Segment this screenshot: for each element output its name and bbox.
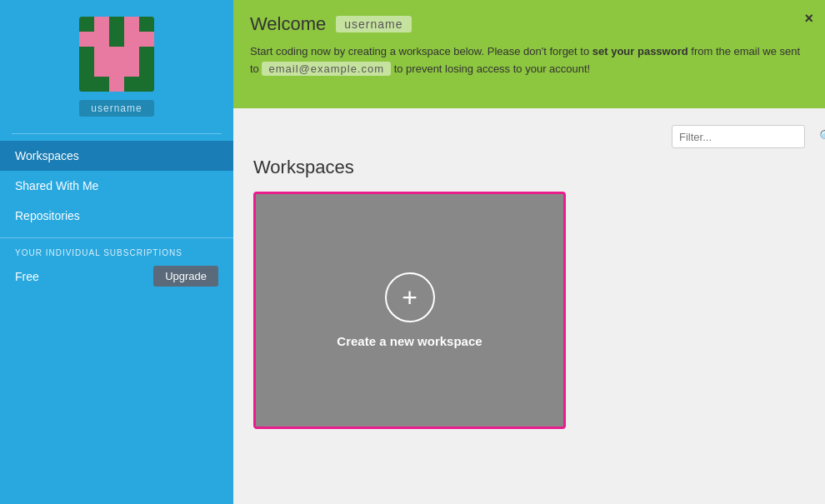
- sidebar-item-shared-with-me[interactable]: Shared With Me: [0, 171, 233, 201]
- welcome-heading: Welcome: [250, 13, 326, 35]
- welcome-banner: × Welcome username Start coding now by c…: [233, 0, 825, 108]
- subscriptions-label: YOUR INDIVIDUAL SUBSCRIPTIONS: [15, 248, 218, 257]
- workspaces-section-title: Workspaces: [253, 157, 805, 178]
- nav-list: Workspaces Shared With Me Repositories: [0, 141, 233, 231]
- sidebar: username Workspaces Shared With Me Repos…: [0, 0, 233, 504]
- subscriptions-section: YOUR INDIVIDUAL SUBSCRIPTIONS Free Upgra…: [0, 237, 233, 287]
- upgrade-button[interactable]: Upgrade: [153, 266, 218, 287]
- welcome-username-badge: username: [336, 16, 411, 32]
- welcome-text-before: Start coding now by creating a workspace…: [250, 45, 592, 57]
- filter-input-wrap: 🔍: [672, 125, 805, 148]
- plus-circle-icon: +: [385, 272, 435, 322]
- welcome-bold-text: set your password: [592, 45, 688, 57]
- email-badge: email@example.com: [262, 62, 391, 76]
- search-icon-button[interactable]: 🔍: [819, 129, 825, 144]
- close-banner-button[interactable]: ×: [804, 10, 813, 27]
- search-icon: 🔍: [819, 129, 825, 143]
- plan-label: Free: [15, 270, 39, 283]
- filter-input[interactable]: [679, 131, 819, 143]
- subscription-row: Free Upgrade: [15, 266, 218, 287]
- welcome-text-end: to prevent losing access to your account…: [391, 62, 590, 75]
- sidebar-divider: [12, 133, 222, 134]
- welcome-title: Welcome username: [250, 13, 808, 35]
- filter-row: 🔍: [253, 125, 805, 148]
- create-workspace-card[interactable]: + Create a new workspace: [253, 192, 566, 429]
- avatar-area: username: [0, 0, 233, 129]
- username-display: username: [79, 100, 153, 117]
- welcome-text: Start coding now by creating a workspace…: [250, 43, 808, 78]
- sidebar-item-repositories[interactable]: Repositories: [0, 201, 233, 231]
- avatar: [79, 17, 154, 92]
- sidebar-item-workspaces[interactable]: Workspaces: [0, 141, 233, 171]
- create-workspace-label: Create a new workspace: [337, 334, 482, 348]
- workspaces-area: 🔍 Workspaces + Create a new workspace: [233, 108, 825, 504]
- main-content: × Welcome username Start coding now by c…: [233, 0, 825, 504]
